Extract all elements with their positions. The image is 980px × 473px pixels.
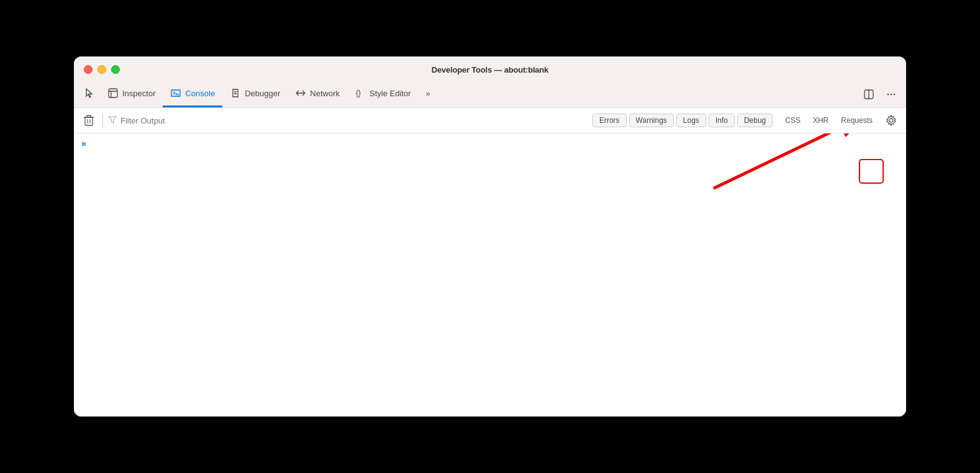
tab-inspector[interactable]: Inspector (100, 81, 163, 107)
filter-requests-button[interactable]: Requests (836, 114, 878, 127)
svg-text:{}: {} (356, 89, 361, 97)
title-bar: Developer Tools — about:blank (74, 56, 906, 81)
console-toolbar: Errors Warnings Logs Info Debug CSS XHR … (74, 108, 906, 133)
more-label: » (425, 89, 430, 98)
window-title: Developer Tools — about:blank (432, 65, 548, 74)
svg-rect-0 (109, 89, 117, 97)
console-body[interactable]: » (74, 133, 906, 417)
ellipsis-icon (886, 89, 897, 100)
close-button[interactable] (84, 65, 93, 74)
trash-icon (83, 114, 94, 127)
prompt-symbol: » (81, 138, 86, 148)
maximize-button[interactable] (111, 65, 120, 74)
filter-warnings-button[interactable]: Warnings (629, 114, 674, 127)
gear-icon (885, 114, 897, 127)
console-prompt: » (74, 133, 906, 153)
console-icon (170, 88, 181, 99)
console-label: Console (185, 89, 215, 98)
inspector-label: Inspector (122, 89, 155, 98)
cursor-icon (84, 88, 95, 99)
network-icon (295, 88, 306, 99)
traffic-lights (84, 65, 120, 74)
filter-input-wrap (108, 115, 588, 126)
debugger-label: Debugger (245, 89, 280, 98)
funnel-icon (108, 115, 117, 124)
highlighted-button-indicator (859, 159, 884, 184)
split-view-icon (863, 89, 874, 100)
annotation-arrow (74, 133, 906, 417)
divider (102, 113, 103, 128)
svg-rect-13 (85, 117, 93, 125)
minimize-button[interactable] (98, 65, 106, 74)
filter-xhr-button[interactable]: XHR (808, 114, 833, 127)
svg-point-20 (889, 119, 893, 122)
network-label: Network (310, 89, 340, 98)
tab-style-editor[interactable]: {} Style Editor (347, 81, 418, 107)
tab-debugger[interactable]: Debugger (222, 81, 288, 107)
filter-output-input[interactable] (120, 116, 588, 125)
inspector-icon (107, 88, 119, 99)
debugger-icon (230, 88, 241, 99)
tab-network[interactable]: Network (288, 81, 347, 107)
devtools-window: Developer Tools — about:blank Inspector (74, 56, 906, 417)
filter-errors-button[interactable]: Errors (592, 114, 627, 127)
more-options-button[interactable] (881, 84, 901, 104)
filter-icon (108, 115, 117, 126)
console-settings-button[interactable] (882, 112, 900, 129)
main-toolbar: Inspector Console Debugger (74, 81, 906, 108)
style-editor-label: Style Editor (370, 89, 411, 98)
text-filter-buttons: CSS XHR Requests (780, 114, 878, 127)
toolbar-spacer (438, 81, 859, 107)
filter-buttons: Errors Warnings Logs Info Debug (592, 114, 773, 127)
filter-debug-button[interactable]: Debug (737, 114, 773, 127)
filter-info-button[interactable]: Info (709, 114, 735, 127)
svg-point-10 (887, 93, 889, 95)
tab-more[interactable]: » (418, 81, 437, 107)
split-view-toggle-button[interactable] (859, 84, 879, 104)
filter-css-button[interactable]: CSS (780, 114, 805, 127)
clear-console-button[interactable] (80, 112, 98, 129)
svg-point-11 (891, 93, 892, 95)
filter-logs-button[interactable]: Logs (676, 114, 706, 127)
svg-point-12 (894, 93, 896, 95)
tab-console[interactable]: Console (163, 81, 222, 107)
tab-pick-element[interactable] (79, 81, 100, 107)
toolbar-right-buttons (859, 81, 901, 107)
annotation-layer (74, 133, 906, 417)
style-editor-icon: {} (355, 88, 366, 99)
